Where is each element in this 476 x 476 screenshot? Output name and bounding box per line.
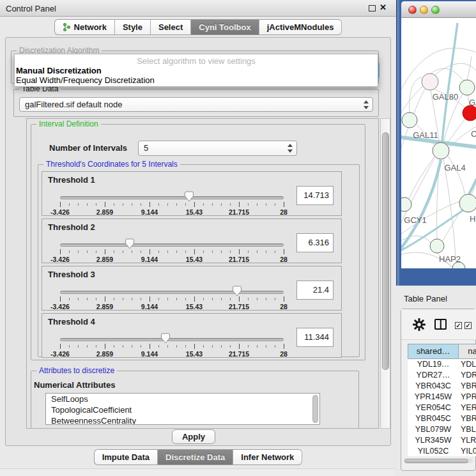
threshold-value-field[interactable]: 11.344 bbox=[296, 328, 334, 347]
settings-scrollbar[interactable] bbox=[380, 118, 390, 429]
dropdown-option[interactable]: Manual Discretization bbox=[15, 66, 378, 75]
network-node[interactable] bbox=[459, 80, 475, 95]
list-scrollbar[interactable] bbox=[312, 395, 318, 423]
network-node-label: GAL4 bbox=[444, 163, 465, 173]
network-window: GAL80GACGAL11GAL4GCY1HHAP2 bbox=[401, 1, 476, 268]
selected-table: galFiltered.sif default node bbox=[25, 100, 122, 109]
float-window-icon[interactable] bbox=[369, 5, 376, 12]
close-icon[interactable]: ✕ bbox=[380, 3, 387, 12]
intervals-value: 5 bbox=[144, 143, 148, 153]
network-edge-highlighted[interactable] bbox=[442, 23, 457, 143]
table-row[interactable]: YBR045C YBR04 bbox=[408, 413, 476, 424]
network-node[interactable] bbox=[430, 239, 444, 253]
threshold-value-field[interactable]: 21.4 bbox=[296, 280, 334, 300]
column-header-name[interactable]: name bbox=[459, 344, 476, 359]
cell-name: YIL05 bbox=[459, 446, 476, 456]
network-graph[interactable]: GAL80GACGAL11GAL4GCY1HHAP2 bbox=[401, 18, 476, 268]
table-row[interactable]: YDR27… YDR27 bbox=[408, 370, 476, 381]
table-row[interactable]: YDL19… YDL19 bbox=[408, 359, 476, 370]
network-edge[interactable] bbox=[414, 89, 425, 114]
network-edge[interactable] bbox=[401, 128, 408, 155]
column-view-icon[interactable] bbox=[434, 319, 447, 330]
network-node[interactable] bbox=[422, 73, 438, 90]
column-header-shared-name[interactable]: shared… bbox=[408, 344, 459, 359]
tick-mark bbox=[203, 298, 204, 300]
tick-mark bbox=[284, 296, 284, 302]
checkbox-checked-icon[interactable]: ✓ bbox=[464, 322, 472, 329]
table-body: YDL19… YDL19 YDR27… YDR27 YBR043C YBR04 bbox=[408, 359, 476, 456]
threshold-value-field[interactable]: 14.713 bbox=[296, 186, 334, 205]
attribute-list-item[interactable]: BetweennessCentrality bbox=[46, 415, 319, 425]
minimize-traffic-light-icon[interactable] bbox=[420, 6, 428, 14]
network-node[interactable] bbox=[402, 112, 417, 128]
table-row[interactable]: YBL079W YBL07 bbox=[408, 424, 476, 435]
tick-mark bbox=[150, 202, 150, 207]
network-edge[interactable] bbox=[448, 156, 465, 195]
table-row[interactable]: YPR145W YPR14 bbox=[408, 392, 476, 403]
tick-mark bbox=[69, 298, 70, 300]
tick-mark bbox=[284, 202, 284, 207]
attribute-list-item[interactable]: SelfLoops bbox=[46, 394, 319, 404]
dropdown-option[interactable]: Equal Width/Frequency Discretization bbox=[15, 75, 378, 85]
slider-thumb[interactable] bbox=[232, 286, 242, 296]
slider-track[interactable] bbox=[60, 291, 284, 294]
cyni-mode-tab[interactable]: Discretize Data bbox=[158, 449, 233, 465]
tick-mark bbox=[150, 344, 150, 349]
control-panel-tab[interactable]: Cyni Toolbox bbox=[191, 19, 259, 35]
tick-label: 9.144 bbox=[141, 350, 158, 358]
scrollbar-thumb[interactable] bbox=[382, 132, 389, 370]
threshold-value-field[interactable]: 6.316 bbox=[296, 233, 334, 252]
table-data-combobox[interactable]: galFiltered.sif default node bbox=[19, 97, 373, 112]
panel-title: Control Panel bbox=[6, 4, 56, 13]
number-of-intervals-combobox[interactable]: 5 bbox=[138, 141, 297, 156]
table-horizontal-scrollbar[interactable] bbox=[404, 458, 473, 463]
slider-thumb[interactable] bbox=[185, 191, 194, 202]
tick-mark bbox=[230, 250, 231, 253]
cell-shared-name: YDL19… bbox=[408, 359, 459, 370]
slider-track[interactable] bbox=[60, 196, 284, 199]
network-canvas[interactable]: GAL80GACGAL11GAL4GCY1HHAP2 bbox=[401, 18, 476, 268]
threshold-slider[interactable]: -3.4262.8599.14415.4321.71528 bbox=[55, 188, 289, 215]
network-edge[interactable] bbox=[467, 56, 472, 80]
apply-button[interactable]: Apply bbox=[172, 429, 215, 444]
network-edge[interactable] bbox=[410, 77, 422, 112]
control-panel-tab[interactable]: Select bbox=[151, 19, 191, 35]
slider-track[interactable] bbox=[60, 338, 284, 341]
table-row[interactable]: YBR043C YBR04 bbox=[408, 381, 476, 392]
control-panel-tab[interactable]: Style bbox=[115, 19, 151, 35]
tick-mark bbox=[60, 249, 61, 254]
zoom-traffic-light-icon[interactable] bbox=[431, 6, 440, 14]
network-node[interactable] bbox=[463, 105, 476, 121]
tick-mark bbox=[158, 298, 159, 300]
threshold-label: Threshold 3 bbox=[48, 270, 95, 279]
network-edge[interactable] bbox=[443, 159, 456, 263]
threshold-slider[interactable]: -3.4262.8599.14415.4321.71528 bbox=[55, 283, 289, 310]
slider-thumb[interactable] bbox=[125, 238, 134, 249]
attribute-list-item[interactable]: TopologicalCoefficient bbox=[46, 404, 319, 415]
threshold-slider[interactable]: -3.4262.8599.14415.4321.71528 bbox=[55, 236, 289, 263]
threshold-slider[interactable]: -3.4262.8599.14415.4321.71528 bbox=[55, 330, 289, 357]
checkbox-checked-icon[interactable]: ✓ bbox=[455, 322, 462, 329]
network-node[interactable] bbox=[433, 142, 449, 159]
tick-mark bbox=[167, 203, 168, 206]
table-row[interactable]: YLR345W YLR34 bbox=[408, 435, 476, 446]
close-traffic-light-icon[interactable] bbox=[408, 6, 417, 14]
network-node[interactable] bbox=[401, 197, 411, 211]
network-node[interactable] bbox=[459, 194, 476, 212]
slider-thumb[interactable] bbox=[160, 333, 170, 344]
table-row[interactable]: YIL052C YIL05 bbox=[408, 446, 476, 456]
cyni-mode-tab[interactable]: Infer Network bbox=[233, 449, 302, 465]
tick-mark bbox=[266, 345, 266, 348]
control-panel-tab[interactable]: Network bbox=[54, 19, 115, 35]
cyni-mode-tab[interactable]: Impute Data bbox=[94, 449, 158, 465]
tick-mark bbox=[185, 203, 186, 206]
scrollbar-thumb[interactable] bbox=[404, 459, 468, 463]
control-panel-tab[interactable]: jActiveMNodules bbox=[259, 19, 342, 35]
cell-name: YBR04 bbox=[459, 413, 476, 424]
tick-mark bbox=[96, 203, 96, 206]
slider-track[interactable] bbox=[60, 243, 284, 247]
table-row[interactable]: YER054C YER05 bbox=[408, 403, 476, 413]
gear-icon[interactable] bbox=[413, 318, 426, 331]
cell-shared-name: YDR27… bbox=[408, 370, 459, 381]
attribute-name: BetweennessCentrality bbox=[51, 416, 136, 425]
